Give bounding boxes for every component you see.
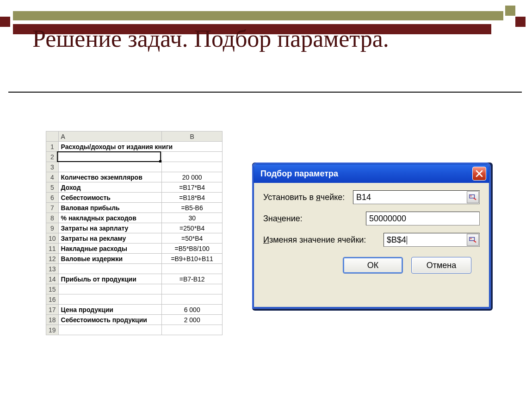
set-cell-input[interactable] <box>353 192 466 203</box>
cell[interactable] <box>162 294 223 305</box>
cell[interactable] <box>162 264 223 274</box>
row-header[interactable]: 14 <box>46 274 59 284</box>
set-cell-label: Установить в ячейке: <box>263 193 353 202</box>
row-header[interactable]: 7 <box>46 203 59 213</box>
cell[interactable]: =B7-B12 <box>162 274 223 284</box>
dialog-titlebar[interactable]: Подбор параметра <box>254 164 489 183</box>
decorative-square-olive <box>505 6 515 16</box>
spreadsheet: A B 1Расходы/доходы от издания книги234К… <box>46 131 223 335</box>
cell[interactable]: =B18*B4 <box>162 193 223 203</box>
svg-rect-3 <box>470 238 472 239</box>
close-button[interactable] <box>472 167 486 181</box>
reference-edit-icon <box>469 237 476 243</box>
cell[interactable]: Затраты на рекламу <box>58 233 162 244</box>
cell[interactable] <box>162 162 223 172</box>
row-header[interactable]: 10 <box>46 233 59 244</box>
decorative-bar-olive <box>13 11 503 20</box>
row-header[interactable]: 18 <box>46 315 59 325</box>
row-header[interactable]: 9 <box>46 223 59 233</box>
row-header[interactable]: 8 <box>46 213 59 223</box>
cell[interactable] <box>58 325 162 335</box>
changing-cell-input[interactable]: $B$4 <box>384 234 466 246</box>
row-header[interactable]: 6 <box>46 193 59 203</box>
cell[interactable] <box>58 152 162 162</box>
cell[interactable] <box>162 152 223 162</box>
cell[interactable] <box>58 294 162 305</box>
dialog-title: Подбор параметра <box>260 169 338 179</box>
row-header[interactable]: 15 <box>46 284 59 294</box>
cell[interactable]: % накладных расходов <box>58 213 162 223</box>
changing-cell-label: Изменяя значение ячейки: <box>263 235 384 245</box>
cell[interactable]: Себестоимость продукции <box>58 315 162 325</box>
cell[interactable]: 2 000 <box>162 315 223 325</box>
close-icon <box>476 170 483 177</box>
cell[interactable]: Валовые издержки <box>58 254 162 264</box>
svg-rect-0 <box>470 195 475 198</box>
cell[interactable]: =50*B4 <box>162 233 223 244</box>
slide-title: Решение задач. Подбор параметра. <box>32 25 449 53</box>
reference-edit-icon <box>469 194 476 200</box>
row-header[interactable]: 4 <box>46 172 59 182</box>
collapse-dialog-button-2[interactable] <box>467 234 479 246</box>
cell[interactable]: Цена продукции <box>58 305 162 315</box>
row-header[interactable]: 2 <box>46 152 59 162</box>
cell[interactable]: Накладные расходы <box>58 244 162 254</box>
cancel-button[interactable]: Отмена <box>411 257 471 274</box>
cell[interactable]: Доход <box>58 182 162 193</box>
column-header-b[interactable]: B <box>162 131 223 142</box>
cell[interactable]: Прибыль от продукции <box>58 274 162 284</box>
row-header[interactable]: 19 <box>46 325 59 335</box>
row-header[interactable]: 11 <box>46 244 59 254</box>
cell[interactable]: Количество экземпляров <box>58 172 162 182</box>
svg-rect-1 <box>470 195 472 196</box>
row-header[interactable]: 13 <box>46 264 59 274</box>
decorative-square-maroon-right <box>515 17 526 27</box>
cell[interactable]: 30 <box>162 213 223 223</box>
decorative-square-maroon-left <box>0 17 10 27</box>
ok-button[interactable]: ОК <box>343 257 403 274</box>
row-header[interactable]: 1 <box>46 142 59 152</box>
cell[interactable] <box>162 325 223 335</box>
cell[interactable]: =B5*B8/100 <box>162 244 223 254</box>
cell[interactable]: =B9+B10+B11 <box>162 254 223 264</box>
svg-rect-2 <box>470 238 475 241</box>
cell[interactable]: 6 000 <box>162 305 223 315</box>
row-header[interactable]: 12 <box>46 254 59 264</box>
row-header[interactable]: 3 <box>46 162 59 172</box>
row-header[interactable]: 5 <box>46 182 59 193</box>
value-input[interactable] <box>366 213 479 225</box>
title-underline <box>8 92 522 93</box>
corner-cell[interactable] <box>46 131 59 142</box>
cell[interactable]: Расходы/доходы от издания книги <box>58 142 222 152</box>
row-header[interactable]: 17 <box>46 305 59 315</box>
cell[interactable] <box>162 284 223 294</box>
cell[interactable]: Себестоимость <box>58 193 162 203</box>
cell[interactable] <box>58 264 162 274</box>
cell[interactable]: 20 000 <box>162 172 223 182</box>
cell[interactable]: Валовая прибыль <box>58 203 162 213</box>
value-label: Значение: <box>263 214 366 224</box>
cell[interactable]: Затраты на зарплату <box>58 223 162 233</box>
row-header[interactable]: 16 <box>46 294 59 305</box>
column-header-a[interactable]: A <box>58 131 162 142</box>
cell[interactable] <box>58 284 162 294</box>
cell[interactable]: =B17*B4 <box>162 182 223 193</box>
collapse-dialog-button[interactable] <box>467 191 479 203</box>
cell[interactable]: =250*B4 <box>162 223 223 233</box>
goal-seek-dialog: Подбор параметра Установить в ячейке: <box>254 164 489 307</box>
cell[interactable] <box>58 162 162 172</box>
cell[interactable]: =B5-B6 <box>162 203 223 213</box>
